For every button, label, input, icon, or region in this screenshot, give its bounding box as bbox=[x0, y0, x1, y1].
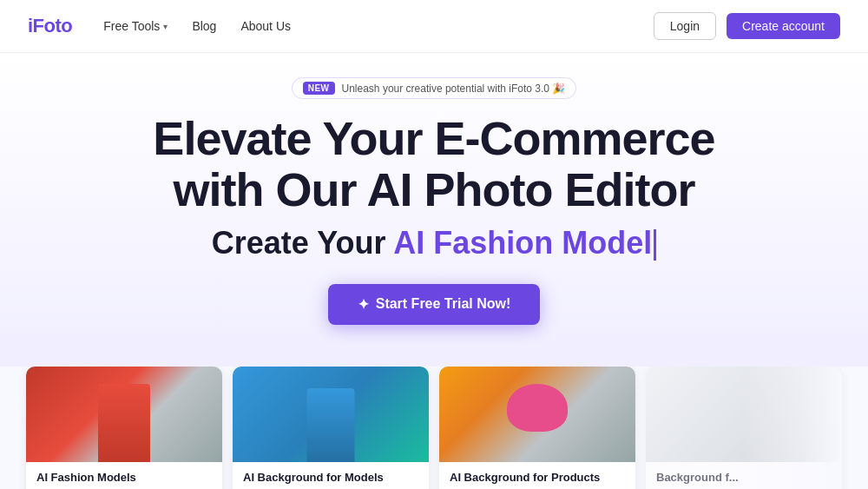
logo[interactable]: iFoto bbox=[28, 15, 72, 37]
card-title-fashion: AI Fashion Models bbox=[36, 471, 212, 484]
login-button[interactable]: Login bbox=[654, 12, 716, 40]
nav-free-tools[interactable]: Free Tools ▾ bbox=[103, 19, 168, 33]
card-body-products: AI Background for Products Elevate e-com… bbox=[439, 462, 635, 489]
nav-links: Free Tools ▾ Blog About Us bbox=[103, 19, 654, 33]
cursor-blink bbox=[654, 229, 656, 261]
start-trial-button[interactable]: ✦ Start Free Trial Now! bbox=[328, 284, 541, 325]
card-ai-fashion-models[interactable]: AI Fashion Models AI transforms fashion … bbox=[26, 367, 222, 489]
card-title-background: AI Background for Models bbox=[243, 471, 418, 484]
chevron-down-icon: ▾ bbox=[163, 22, 168, 31]
create-account-button[interactable]: Create account bbox=[727, 13, 840, 39]
card-ai-background-models[interactable]: AI Background for Models AI showcases yo… bbox=[233, 367, 429, 489]
card-image-products bbox=[439, 367, 635, 462]
nav-actions: Login Create account bbox=[654, 12, 840, 40]
card-title-last: Background f... bbox=[656, 471, 832, 484]
card-body-background: AI Background for Models AI showcases yo… bbox=[233, 462, 429, 489]
trial-button-label: Start Free Trial Now! bbox=[376, 296, 511, 312]
cards-section: AI Fashion Models AI transforms fashion … bbox=[0, 367, 868, 489]
hero-highlight: AI Fashion Model bbox=[393, 225, 652, 261]
card-body-fashion: AI Fashion Models AI transforms fashion … bbox=[26, 462, 222, 489]
card-image-background bbox=[233, 367, 429, 462]
nav-blog[interactable]: Blog bbox=[192, 19, 216, 33]
hero-subtitle: Create Your AI Fashion Model bbox=[17, 225, 851, 261]
nav-about[interactable]: About Us bbox=[240, 19, 291, 33]
badge-label: NEW bbox=[303, 82, 335, 95]
hero-title: Elevate Your E-Commerce with Our AI Phot… bbox=[17, 113, 851, 216]
card-ai-background-products[interactable]: AI Background for Products Elevate e-com… bbox=[439, 367, 635, 489]
card-title-products: AI Background for Products bbox=[450, 471, 625, 484]
new-badge: NEW Unleash your creative potential with… bbox=[292, 77, 577, 99]
badge-text: Unleash your creative potential with iFo… bbox=[342, 83, 566, 95]
card-image-last bbox=[646, 367, 842, 462]
navbar: iFoto Free Tools ▾ Blog About Us Login C… bbox=[0, 0, 868, 53]
star-icon: ✦ bbox=[358, 296, 369, 313]
card-background-last[interactable]: Background f... Transparent m... backgro… bbox=[646, 367, 842, 489]
hero-section: NEW Unleash your creative potential with… bbox=[0, 53, 868, 367]
card-image-fashion bbox=[26, 367, 222, 462]
card-body-last: Background f... Transparent m... backgro… bbox=[646, 462, 842, 489]
